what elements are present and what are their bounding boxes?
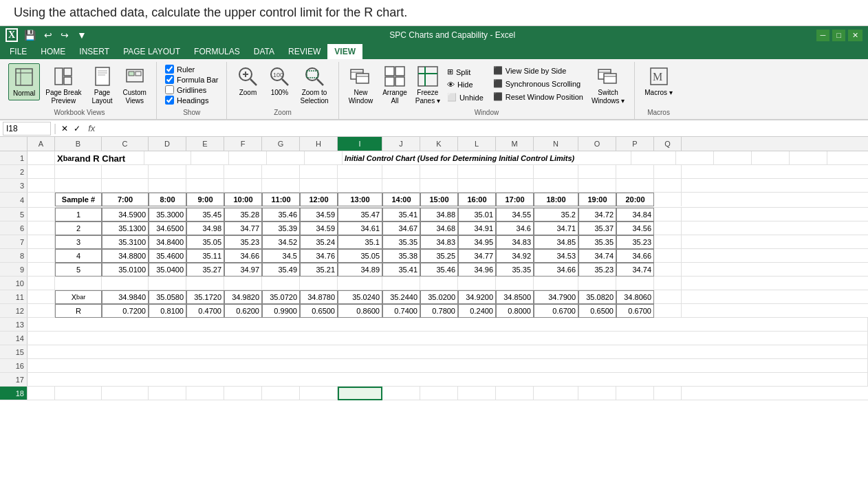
cell-a3[interactable] bbox=[28, 179, 55, 193]
cell-b6[interactable]: 2 bbox=[55, 221, 102, 235]
cell-n1[interactable] bbox=[827, 151, 868, 165]
cell-g2[interactable] bbox=[262, 165, 300, 179]
cell-b2[interactable] bbox=[55, 165, 102, 179]
cell-i7[interactable]: 35.1 bbox=[338, 235, 382, 249]
cell-c10[interactable] bbox=[102, 277, 149, 290]
cell-n10[interactable] bbox=[534, 277, 578, 290]
cell-g10[interactable] bbox=[262, 277, 300, 290]
cell-d4[interactable]: 8:00 bbox=[149, 193, 186, 206]
cell-d2[interactable] bbox=[149, 165, 186, 179]
cell-h12[interactable]: 0.6500 bbox=[300, 304, 338, 318]
cell-k7[interactable]: 34.83 bbox=[420, 235, 458, 249]
cell-e10[interactable] bbox=[186, 277, 224, 290]
cell-k6[interactable]: 34.68 bbox=[420, 221, 458, 235]
col-header-c[interactable]: C bbox=[102, 137, 149, 151]
cell-j12[interactable]: 0.7400 bbox=[382, 304, 420, 318]
cell-e11[interactable]: 35.1720 bbox=[186, 290, 224, 304]
cell-h1[interactable]: Initial Control Chart (Used for Determin… bbox=[343, 151, 631, 165]
cell-q5[interactable] bbox=[654, 208, 682, 221]
cell-l2[interactable] bbox=[458, 165, 496, 179]
cell-m11[interactable]: 34.8500 bbox=[496, 290, 534, 304]
cell-f12[interactable]: 0.6200 bbox=[224, 304, 262, 318]
formula-input[interactable] bbox=[100, 124, 865, 133]
cell-c6[interactable]: 35.1300 bbox=[102, 221, 149, 235]
cell-d6[interactable]: 34.6500 bbox=[149, 221, 186, 235]
cell-e18[interactable] bbox=[186, 387, 224, 400]
cell-k5[interactable]: 34.88 bbox=[420, 208, 458, 221]
cell-c9[interactable]: 35.0100 bbox=[102, 263, 149, 277]
cell-c12[interactable]: 0.7200 bbox=[102, 304, 149, 318]
cell-l7[interactable]: 34.95 bbox=[458, 235, 496, 249]
cell-d1[interactable] bbox=[191, 151, 229, 165]
cell-j1[interactable] bbox=[676, 151, 714, 165]
cell-j4[interactable]: 14:00 bbox=[382, 193, 420, 206]
page-break-button[interactable]: Page BreakPreview bbox=[41, 63, 85, 107]
cell-d3[interactable] bbox=[149, 179, 186, 193]
cell-p5[interactable]: 34.84 bbox=[616, 208, 654, 221]
undo-button[interactable]: ↩ bbox=[42, 30, 54, 41]
new-window-button[interactable]: NewWindow bbox=[345, 63, 378, 107]
cell-a12[interactable] bbox=[28, 304, 55, 318]
cell-a4[interactable] bbox=[28, 193, 55, 206]
zoom-100-button[interactable]: 100 100% bbox=[264, 63, 294, 99]
cell-m4[interactable]: 17:00 bbox=[496, 193, 534, 206]
cell-l5[interactable]: 35.01 bbox=[458, 208, 496, 221]
col-header-q[interactable]: Q bbox=[654, 137, 682, 151]
cell-p18[interactable] bbox=[616, 387, 654, 400]
col-header-d[interactable]: D bbox=[149, 137, 186, 151]
cell-c11[interactable]: 34.9840 bbox=[102, 290, 149, 304]
save-button[interactable]: 💾 bbox=[22, 30, 38, 41]
cell-d18[interactable] bbox=[149, 387, 186, 400]
cell-f3[interactable] bbox=[224, 179, 262, 193]
arrange-all-button[interactable]: ArrangeAll bbox=[378, 63, 411, 107]
col-header-m[interactable]: M bbox=[496, 137, 534, 151]
cell-g8[interactable]: 34.5 bbox=[262, 249, 300, 263]
cell-a1[interactable] bbox=[28, 151, 55, 165]
cell-n6[interactable]: 34.71 bbox=[534, 221, 578, 235]
cell-p3[interactable] bbox=[616, 179, 654, 193]
cell-o10[interactable] bbox=[578, 277, 616, 290]
cell-b4[interactable]: Sample # bbox=[55, 193, 102, 206]
cell-b9[interactable]: 5 bbox=[55, 263, 102, 277]
cell-b12[interactable]: R bbox=[55, 304, 102, 318]
formula-bar-checkbox[interactable] bbox=[165, 75, 174, 84]
cell-d9[interactable]: 35.0400 bbox=[149, 263, 186, 277]
cell-b7[interactable]: 3 bbox=[55, 235, 102, 249]
cell-o18[interactable] bbox=[578, 387, 616, 400]
cell-empty-14[interactable] bbox=[28, 332, 868, 345]
minimize-button[interactable]: ─ bbox=[816, 30, 830, 41]
cell-q10[interactable] bbox=[654, 277, 682, 290]
cell-i1[interactable] bbox=[631, 151, 676, 165]
close-button[interactable]: ✕ bbox=[848, 30, 862, 41]
synchronous-scrolling-button[interactable]: ⬛ Synchronous Scrolling bbox=[490, 78, 586, 89]
cell-g18[interactable] bbox=[262, 387, 300, 400]
confirm-formula-button[interactable]: ✓ bbox=[72, 124, 83, 133]
cell-c8[interactable]: 34.8800 bbox=[102, 249, 149, 263]
cell-n7[interactable]: 34.85 bbox=[534, 235, 578, 249]
cell-p10[interactable] bbox=[616, 277, 654, 290]
cell-g3[interactable] bbox=[262, 179, 300, 193]
cell-h11[interactable]: 34.8780 bbox=[300, 290, 338, 304]
cell-b5[interactable]: 1 bbox=[55, 208, 102, 221]
cell-i4[interactable]: 13:00 bbox=[338, 193, 382, 206]
col-header-n[interactable]: N bbox=[534, 137, 578, 151]
tab-page-layout[interactable]: PAGE LAYOUT bbox=[116, 44, 187, 59]
cell-j11[interactable]: 35.2440 bbox=[382, 290, 420, 304]
zoom-button[interactable]: Zoom bbox=[232, 63, 263, 99]
cell-h5[interactable]: 34.59 bbox=[300, 208, 338, 221]
cell-j5[interactable]: 35.41 bbox=[382, 208, 420, 221]
cell-j6[interactable]: 34.67 bbox=[382, 221, 420, 235]
normal-view-button[interactable]: Normal bbox=[8, 63, 40, 100]
cell-g11[interactable]: 35.0720 bbox=[262, 290, 300, 304]
cell-q4[interactable] bbox=[654, 193, 682, 206]
cell-i6[interactable]: 34.61 bbox=[338, 221, 382, 235]
cell-a5[interactable] bbox=[28, 208, 55, 221]
hide-button[interactable]: 👁 Hide bbox=[444, 79, 486, 90]
restore-button[interactable]: □ bbox=[832, 30, 845, 41]
cell-e9[interactable]: 35.27 bbox=[186, 263, 224, 277]
cell-k3[interactable] bbox=[420, 179, 458, 193]
zoom-selection-button[interactable]: Zoom toSelection bbox=[296, 63, 332, 107]
unhide-button[interactable]: ⬜ Unhide bbox=[444, 91, 486, 103]
cell-g7[interactable]: 34.52 bbox=[262, 235, 300, 249]
cell-q2[interactable] bbox=[654, 165, 682, 179]
